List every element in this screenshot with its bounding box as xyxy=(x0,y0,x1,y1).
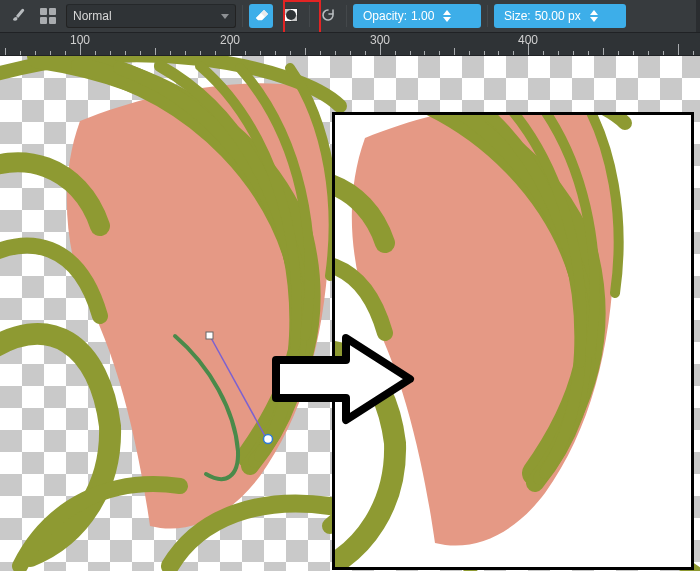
ruler-label: 300 xyxy=(370,33,390,47)
tool-options-toolbar: Normal Opacity: 1.00 xyxy=(0,0,700,32)
svg-point-5 xyxy=(286,10,296,20)
chevron-down-icon xyxy=(221,14,229,19)
size-stepper[interactable] xyxy=(587,10,601,22)
ruler-label: 100 xyxy=(70,33,90,47)
separator xyxy=(242,5,243,27)
horizontal-ruler[interactable]: 100200300400 xyxy=(0,32,700,56)
grid-icon xyxy=(40,8,56,24)
brush-icon xyxy=(10,7,26,26)
canvas-viewport[interactable] xyxy=(0,56,700,571)
size-label: Size: xyxy=(504,9,531,23)
eraser-icon xyxy=(253,7,269,26)
opacity-stepper[interactable] xyxy=(440,10,454,22)
size-input[interactable]: Size: 50.00 px xyxy=(494,4,626,28)
svg-point-9 xyxy=(264,435,273,444)
separator xyxy=(346,5,347,27)
blend-mode-select[interactable]: Normal xyxy=(66,4,236,28)
brush-presets-grid-button[interactable] xyxy=(36,4,60,28)
opacity-value: 1.00 xyxy=(411,9,434,23)
svg-rect-8 xyxy=(206,332,213,339)
opacity-label: Opacity: xyxy=(363,9,407,23)
ruler-label: 400 xyxy=(518,33,538,47)
reload-preset-button[interactable] xyxy=(316,4,340,28)
separator xyxy=(487,5,488,27)
preserve-alpha-button[interactable] xyxy=(279,4,303,28)
blend-mode-value: Normal xyxy=(73,9,112,23)
separator xyxy=(309,5,310,27)
reload-icon xyxy=(320,7,336,26)
before-after-arrow-icon xyxy=(268,332,418,426)
brush-preset-button[interactable] xyxy=(6,4,30,28)
opacity-input[interactable]: Opacity: 1.00 xyxy=(353,4,481,28)
size-value: 50.00 px xyxy=(535,9,581,23)
eraser-mode-button[interactable] xyxy=(249,4,273,28)
ruler-label: 200 xyxy=(220,33,240,47)
preserve-alpha-icon xyxy=(283,7,299,26)
